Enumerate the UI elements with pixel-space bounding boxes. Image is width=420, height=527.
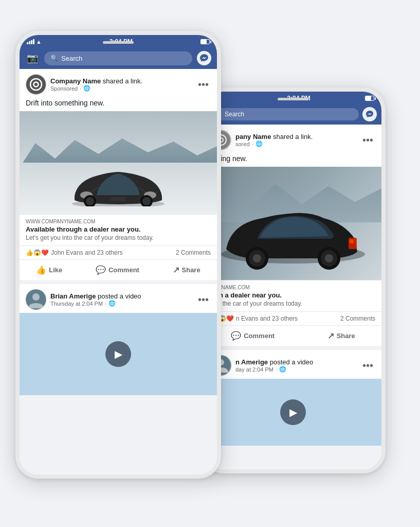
- signal-bars: [27, 39, 34, 44]
- search-text-back: Search: [225, 111, 244, 118]
- post-name-1-back: pany Name shared a link.: [235, 133, 356, 140]
- play-button-back[interactable]: ▶: [280, 399, 306, 425]
- share-btn-back[interactable]: ↗ Share: [321, 328, 361, 344]
- play-button-front[interactable]: ▶: [105, 341, 131, 367]
- post-meta-2-back: n Amerige posted a video day at 2:04 PM …: [235, 358, 356, 373]
- reactions-text-front: John Evans and 23 others: [51, 249, 122, 256]
- post-meta-1-front: Company Name shared a link. Sponsored · …: [50, 77, 192, 92]
- reaction-icons-front: 👍😱❤️: [26, 249, 49, 256]
- svg-point-11: [325, 254, 333, 262]
- car-image-front-phone: [20, 111, 217, 214]
- link-desc-back: into the car of your dreams today.: [211, 300, 375, 307]
- fb-nav-front: 📷 🔍 Search: [20, 47, 217, 69]
- messenger-btn-front[interactable]: [196, 50, 212, 66]
- feed-front: Company Name shared a link. Sponsored · …: [20, 69, 217, 475]
- svg-point-21: [86, 197, 94, 205]
- link-title-back: ugh a dealer near you.: [211, 291, 375, 299]
- company-avatar-front: [26, 74, 46, 95]
- post-reactions-back: 👍😱❤️ n Evans and 23 others 2 Comments: [205, 311, 381, 325]
- time-front: 2:04 PM: [109, 38, 133, 45]
- svg-rect-5: [350, 239, 354, 243]
- post-more-2-front[interactable]: •••: [196, 292, 211, 307]
- post-card-1-back: pany Name shared a link. sored · 🌐 ••• e…: [205, 125, 381, 346]
- car-image-back-phone: [205, 167, 381, 280]
- battery-icon-front: [200, 39, 210, 44]
- feed-back: pany Name shared a link. sored · 🌐 ••• e…: [205, 125, 381, 469]
- messenger-icon-back: [362, 107, 377, 121]
- post-more-2-back[interactable]: •••: [360, 358, 375, 373]
- fb-nav-back: 🔍 Search: [205, 104, 381, 125]
- link-title-front: Available through a dealer near you.: [26, 225, 211, 233]
- link-url-back: ANYNAME.COM: [211, 285, 375, 290]
- comment-btn-back[interactable]: 💬 Comment: [225, 328, 281, 344]
- comments-count-front: 2 Comments: [176, 249, 211, 256]
- status-bar-back: 2:04 PM: [205, 92, 381, 104]
- link-desc-front: Let's get you into the car of your dream…: [26, 234, 211, 241]
- svg-point-14: [26, 75, 46, 94]
- video-thumbnail-front[interactable]: ▶: [20, 313, 217, 395]
- wifi-icon: ▲: [36, 39, 42, 45]
- link-preview-front: WWW.COMPANYNAME.COM Available through a …: [20, 214, 217, 245]
- camera-icon: 📷: [27, 52, 38, 64]
- comments-count-back: 2 Comments: [340, 315, 375, 322]
- search-icon-front: 🔍: [50, 55, 58, 62]
- post-reactions-front: 👍😱❤️ John Evans and 23 others 2 Comments: [20, 245, 217, 259]
- post-card-2-front: Brian Amerige posted a video Thursday at…: [20, 284, 217, 395]
- status-bar-front: ▲ 2:04 PM: [20, 35, 217, 47]
- camera-btn[interactable]: 📷: [25, 50, 40, 66]
- link-preview-back: ANYNAME.COM ugh a dealer near you. into …: [205, 280, 381, 311]
- post-text-1-back: ething new.: [205, 153, 381, 167]
- post-meta-1-back: pany Name shared a link. sored · 🌐: [235, 133, 356, 147]
- post-name-1-front: Company Name shared a link.: [50, 77, 192, 85]
- share-btn-front[interactable]: ↗ Share: [167, 262, 207, 278]
- phone-back: 2:04 PM 🔍 Search: [200, 87, 386, 473]
- like-btn-front[interactable]: 👍 Like: [30, 262, 68, 278]
- svg-point-26: [32, 293, 40, 301]
- post-more-1-front[interactable]: •••: [196, 77, 211, 92]
- search-bar-back[interactable]: 🔍 Search: [209, 108, 359, 120]
- user-avatar-front: [26, 289, 46, 310]
- svg-point-23: [142, 197, 151, 205]
- post-name-2-front: Brian Amerige posted a video: [50, 292, 192, 300]
- post-actions-front: 👍 Like 💬 Comment ↗ Share: [20, 259, 217, 280]
- messenger-icon-front: [197, 51, 211, 65]
- search-text-front: Search: [61, 55, 82, 62]
- search-bar-front[interactable]: 🔍 Search: [44, 51, 192, 65]
- post-card-2-back: n Amerige posted a video day at 2:04 PM …: [205, 350, 381, 446]
- phone-front: ▲ 2:04 PM 📷 🔍 Search: [15, 31, 221, 479]
- battery-icon-back: [365, 96, 374, 101]
- comment-btn-front[interactable]: 💬 Comment: [89, 262, 145, 278]
- svg-point-8: [253, 254, 261, 262]
- time-back: 2:04 PM: [287, 95, 310, 102]
- svg-rect-24: [111, 197, 126, 201]
- post-card-1-front: Company Name shared a link. Sponsored · …: [20, 69, 217, 280]
- post-name-2-back: n Amerige posted a video: [235, 358, 356, 366]
- post-meta-2-front: Brian Amerige posted a video Thursday at…: [50, 292, 192, 307]
- post-more-1-back[interactable]: •••: [360, 133, 375, 147]
- post-text-1-front: Drift into something new.: [20, 98, 217, 111]
- video-thumbnail-back[interactable]: ▶: [205, 379, 381, 446]
- link-url-front: WWW.COMPANYNAME.COM: [26, 219, 211, 224]
- post-actions-back: 💬 Comment ↗ Share: [205, 325, 381, 346]
- scene: 2:04 PM 🔍 Search: [0, 0, 420, 527]
- signal-area: ▲: [27, 39, 42, 45]
- messenger-btn-back[interactable]: [362, 107, 377, 122]
